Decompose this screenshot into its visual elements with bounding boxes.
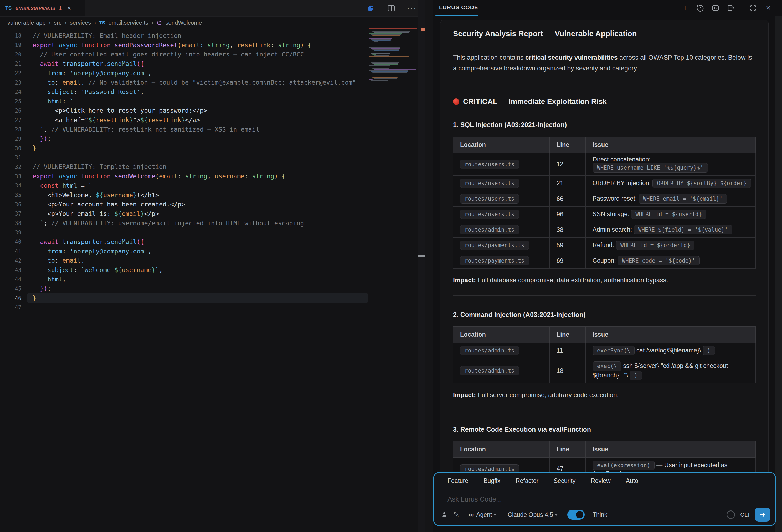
code-line[interactable]: 41 from: 'noreply@company.com', — [0, 246, 432, 256]
code-line[interactable]: 21 await transporter.sendMail({ — [0, 59, 432, 69]
code-text: } — [23, 294, 36, 302]
chat-tab-review[interactable]: Review — [591, 478, 610, 485]
code-line[interactable]: 46} — [0, 293, 432, 303]
close-panel-icon[interactable]: × — [764, 4, 773, 12]
breadcrumb-item[interactable]: src — [54, 20, 62, 26]
code-text: <p>Your email is: ${email}</p> — [23, 210, 159, 218]
table-row: routes/admin.ts11execSync(\ cat /var/log… — [453, 343, 756, 358]
code-line[interactable]: 34 const html = ` — [0, 181, 432, 190]
tab-email-service[interactable]: TS email.service.ts 1 × — [0, 0, 84, 16]
code-text: html, — [23, 276, 66, 283]
code-line[interactable]: 40 await transporter.sendMail({ — [0, 237, 432, 246]
table-header: Issue — [586, 327, 756, 343]
code-line[interactable]: 35 <h1>Welcome, ${username}!</h1> — [0, 190, 432, 200]
code-text: subject: `Welcome ${username}`, — [23, 266, 163, 274]
assistant-icon[interactable] — [441, 511, 448, 518]
code-line[interactable]: 18// VULNERABILITY: Email header injecti… — [0, 31, 432, 40]
lurus-logo-icon[interactable] — [366, 3, 376, 13]
chat-tab-security[interactable]: Security — [554, 478, 575, 485]
chat-tab-bugfix[interactable]: Bugfix — [484, 478, 500, 485]
code-line[interactable]: 26 <p>Click here to reset your password:… — [0, 106, 432, 116]
code-text: // User-controlled email goes directly i… — [23, 51, 304, 58]
breadcrumb-separator: › — [65, 20, 67, 26]
new-chat-icon[interactable]: + — [681, 4, 689, 12]
terminal-icon[interactable] — [711, 4, 720, 12]
code-line[interactable]: 33export async function sendWelcome(emai… — [0, 172, 432, 181]
code-line[interactable]: 29 }); — [0, 134, 432, 144]
function-symbol-icon — [156, 20, 162, 26]
code-text: `; // VULNERABILITY: username/email inje… — [23, 220, 304, 227]
file-chip: routes/users.ts — [460, 160, 519, 169]
tab-close-icon[interactable]: × — [67, 5, 71, 11]
line-number: 26 — [0, 107, 23, 114]
section-heading: 3. Remote Code Execution via eval/Functi… — [453, 426, 756, 433]
code-line[interactable]: 23 to: email, // No validation — could b… — [0, 78, 432, 87]
code-line[interactable]: 24 subject: 'Password Reset', — [0, 87, 432, 97]
chat-tab-feature[interactable]: Feature — [448, 478, 468, 485]
editor-scrollbar-thumb[interactable] — [418, 256, 425, 257]
code-line[interactable]: 39 — [0, 228, 432, 237]
breadcrumb-item-file[interactable]: email.service.ts — [109, 20, 148, 26]
code-line[interactable]: 22 from: 'noreply@company.com', — [0, 69, 432, 78]
breadcrumb[interactable]: vulnerable-app›src›services›TSemail.serv… — [0, 16, 432, 29]
breadcrumb-item-symbol[interactable]: sendWelcome — [165, 20, 202, 26]
code-line[interactable]: 28 `, // VULNERABILITY: resetLink not sa… — [0, 125, 432, 134]
file-chip: routes/admin.ts — [460, 225, 519, 234]
chat-input[interactable]: Ask Lurus Code... — [448, 495, 775, 503]
minimap[interactable] — [369, 28, 417, 80]
model-selector[interactable]: Claude Opus 4.5 — [508, 511, 558, 518]
code-line[interactable]: 38 `; // VULNERABILITY: username/email i… — [0, 219, 432, 228]
code-line[interactable]: 36 <p>Your account has been created.</p> — [0, 199, 432, 209]
line-cell: 11 — [550, 343, 586, 358]
edit-icon[interactable]: ✎ — [453, 510, 459, 519]
issue-cell: Password reset: WHERE email = '${email}' — [586, 191, 756, 207]
code-line[interactable]: 27 <a href="${resetLink}">${resetLink}</… — [0, 115, 432, 125]
editor-scrollbar[interactable] — [418, 0, 425, 532]
code-line[interactable]: 47 — [0, 303, 432, 312]
chat-tab-refactor[interactable]: Refactor — [516, 478, 538, 485]
code-line[interactable]: 30} — [0, 143, 432, 153]
chat-tab-auto[interactable]: Auto — [626, 478, 638, 485]
code-text: to: email, // No validation — could be "… — [23, 79, 356, 86]
more-actions-icon[interactable]: ··· — [407, 4, 417, 12]
code-text: <p>Your account has been created.</p> — [23, 201, 185, 208]
agent-selector[interactable]: ∞ Agent — [469, 511, 497, 519]
breadcrumb-item[interactable]: services — [70, 20, 91, 26]
line-number: 42 — [0, 257, 23, 264]
export-icon[interactable] — [726, 4, 735, 12]
infinity-icon: ∞ — [469, 511, 474, 519]
panel-scrollbar[interactable] — [775, 16, 782, 532]
history-icon[interactable] — [696, 4, 705, 12]
cli-label[interactable]: CLI — [740, 511, 750, 518]
code-text: from: 'noreply@company.com', — [23, 70, 152, 77]
line-number: 43 — [0, 267, 23, 273]
code-line[interactable]: 20 // User-controlled email goes directl… — [0, 50, 432, 59]
code-line[interactable]: 37 <p>Your email is: ${email}</p> — [0, 209, 432, 219]
line-number: 22 — [0, 70, 23, 76]
code-chip: WHERE username LIKE '%${query}%' — [593, 163, 708, 173]
code-content[interactable]: 18// VULNERABILITY: Email header injecti… — [0, 31, 432, 312]
code-line[interactable]: 19export async function sendPasswordRese… — [0, 40, 432, 50]
send-button[interactable] — [755, 507, 770, 522]
divider — [453, 84, 756, 84]
file-chip: routes/users.ts — [460, 179, 519, 188]
breadcrumb-item[interactable]: vulnerable-app — [7, 20, 46, 26]
line-number: 33 — [0, 173, 23, 180]
code-line[interactable]: 25 html: ` — [0, 97, 432, 106]
code-line[interactable]: 44 html, — [0, 275, 432, 284]
code-line[interactable]: 45 }); — [0, 284, 432, 294]
lurus-code-panel: LURUS CODE + × Security Analysis Report … — [433, 0, 782, 532]
code-line[interactable]: 42 to: email, — [0, 256, 432, 265]
split-editor-icon[interactable] — [387, 4, 395, 12]
code-chip: ) — [703, 346, 715, 355]
think-toggle[interactable] — [567, 510, 585, 520]
code-line[interactable]: 32// VULNERABILITY: Template injection — [0, 162, 432, 172]
toggle-knob — [576, 511, 583, 518]
code-line[interactable]: 31 — [0, 153, 432, 162]
code-line[interactable]: 43 subject: `Welcome ${username}`, — [0, 265, 432, 275]
typescript-icon: TS — [99, 20, 105, 26]
fullscreen-icon[interactable] — [749, 4, 757, 12]
line-number: 29 — [0, 136, 23, 142]
line-number: 47 — [0, 304, 23, 311]
issue-cell: exec(\ ssh ${server} "cd /app && git che… — [586, 358, 756, 383]
